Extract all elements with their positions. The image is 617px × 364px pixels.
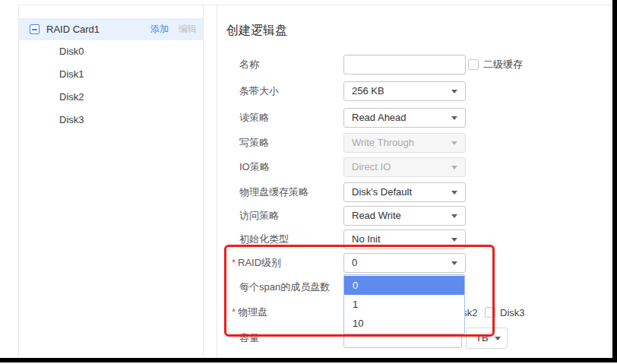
capacity-label: 容量: [239, 328, 259, 349]
row-span-members: 每个span的成员盘数: [0, 277, 612, 297]
chevron-down-icon: [451, 214, 457, 218]
disk3-checkbox-label: Disk3: [500, 307, 525, 318]
row-name: 名称 二级缓存: [0, 55, 612, 74]
read-policy-label: 读策略: [239, 108, 269, 128]
secondary-cache-checkbox[interactable]: 二级缓存: [468, 55, 523, 74]
row-read-policy: 读策略 Read Ahead: [0, 108, 612, 128]
tree-item-raid-card[interactable]: RAID Card1 添加 编辑: [19, 18, 203, 40]
required-marker: *: [232, 257, 236, 268]
chevron-down-icon: [495, 337, 501, 340]
disk-cache-policy-select[interactable]: Disk's Default: [343, 182, 466, 202]
write-policy-label: 写策略: [239, 133, 269, 153]
chevron-down-icon: [451, 238, 457, 242]
chevron-down-icon: [451, 166, 457, 169]
capacity-unit-value: TB: [476, 332, 489, 343]
raid-level-label: *RAID级别: [232, 253, 281, 273]
chevron-down-icon: [451, 90, 457, 93]
disk-cache-policy-label: 物理盘缓存策略: [239, 182, 308, 202]
checkbox-icon[interactable]: [468, 59, 479, 70]
required-marker: *: [232, 306, 236, 318]
row-disk-cache-policy: 物理盘缓存策略 Disk's Default: [0, 182, 612, 202]
capacity-unit-select[interactable]: TB: [466, 328, 508, 349]
page-title: 创建逻辑盘: [226, 23, 287, 39]
init-type-select[interactable]: No Init: [343, 229, 466, 249]
chevron-down-icon: [451, 116, 457, 120]
row-raid-level: *RAID级别 0: [0, 253, 612, 273]
edit-link[interactable]: 编辑: [179, 23, 197, 36]
add-link[interactable]: 添加: [150, 23, 169, 36]
row-physical-disks: *物理盘 Disk0 Disk1 Disk2 Disk3: [0, 302, 612, 322]
collapse-minus-icon[interactable]: [30, 24, 40, 34]
top-divider: [18, 5, 613, 5]
access-policy-value: Read Write: [352, 210, 401, 221]
init-type-value: No Init: [352, 233, 381, 245]
write-policy-select-disabled: Write Through: [343, 133, 466, 153]
row-capacity: 容量 TB: [0, 328, 612, 349]
chevron-down-icon: [451, 141, 457, 145]
write-policy-value: Write Through: [352, 137, 414, 148]
row-io-policy: IO策略 Direct IO: [0, 157, 612, 177]
physical-disk-checkbox-disk3[interactable]: Disk3: [485, 302, 525, 322]
init-type-label: 初始化类型: [239, 229, 289, 249]
checkbox-icon[interactable]: [485, 307, 495, 318]
name-input[interactable]: [343, 55, 466, 74]
io-policy-value: Direct IO: [352, 161, 391, 173]
raid-level-value: 0: [352, 257, 357, 268]
name-label: 名称: [239, 55, 259, 74]
raid-level-dropdown-list: 0 1 10: [343, 274, 465, 334]
read-policy-value: Read Ahead: [352, 112, 407, 123]
stripe-size-value: 256 KB: [352, 85, 384, 97]
screen: RAID Card1 添加 编辑 Disk0 Disk1 Disk2 Disk3…: [0, 0, 617, 364]
row-stripe-size: 条带大小 256 KB: [0, 81, 612, 101]
io-policy-label: IO策略: [239, 157, 270, 177]
io-policy-select-disabled: Direct IO: [343, 157, 466, 177]
read-policy-select[interactable]: Read Ahead: [343, 108, 466, 128]
raid-level-option-1[interactable]: 1: [344, 295, 464, 314]
raid-level-select[interactable]: 0: [343, 253, 466, 273]
stripe-size-select[interactable]: 256 KB: [343, 81, 466, 101]
secondary-cache-label: 二级缓存: [483, 58, 523, 71]
raid-card-actions: 添加 编辑: [150, 23, 197, 36]
stripe-size-label: 条带大小: [239, 81, 279, 101]
chevron-down-icon: [451, 191, 457, 195]
raid-level-option-0[interactable]: 0: [344, 276, 464, 295]
access-policy-label: 访问策略: [239, 206, 279, 226]
raid-level-option-10[interactable]: 10: [344, 314, 464, 333]
chevron-down-icon: [451, 261, 457, 265]
screenshot-right-edge: [612, 0, 617, 362]
physical-disks-label: *物理盘: [232, 302, 267, 322]
disk-cache-policy-value: Disk's Default: [352, 186, 412, 198]
span-members-label: 每个span的成员盘数: [239, 277, 330, 297]
row-write-policy: 写策略 Write Through: [0, 133, 612, 153]
access-policy-select[interactable]: Read Write: [343, 206, 466, 226]
row-access-policy: 访问策略 Read Write: [0, 206, 612, 226]
raid-card-label: RAID Card1: [46, 24, 100, 35]
row-init-type: 初始化类型 No Init: [0, 229, 612, 249]
screenshot-bottom-edge: [0, 358, 617, 362]
